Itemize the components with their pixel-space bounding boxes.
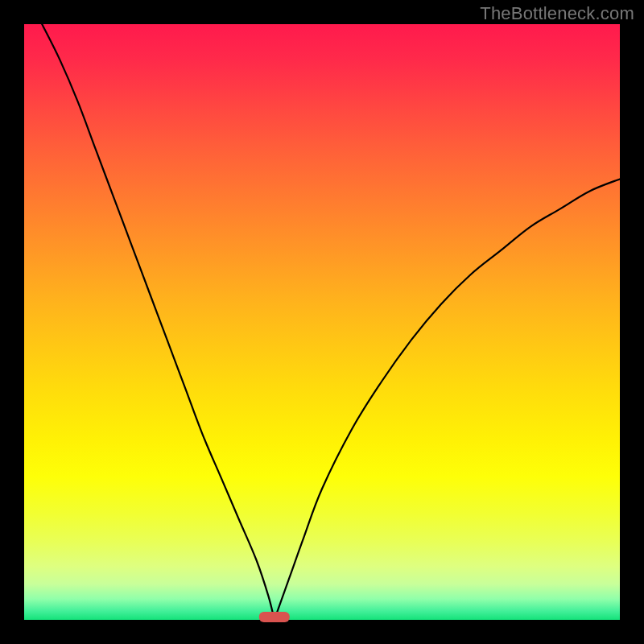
chart-frame: TheBottleneck.com	[0, 0, 644, 644]
bottleneck-chart	[0, 0, 644, 644]
watermark-text: TheBottleneck.com	[480, 3, 634, 24]
bottleneck-marker	[259, 612, 290, 622]
plot-background	[24, 24, 620, 620]
